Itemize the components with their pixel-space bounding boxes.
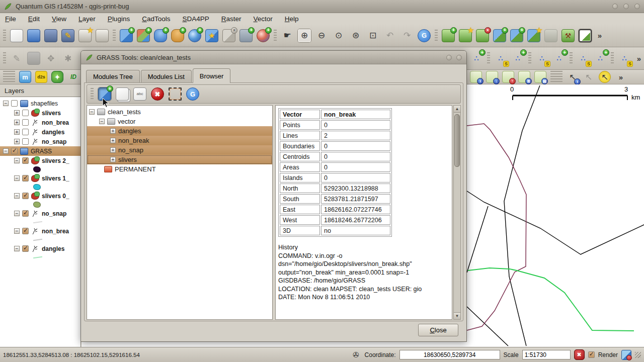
toolbar-grip[interactable]: [91, 88, 94, 100]
zoom-to-selection-icon[interactable]: ⊙: [332, 29, 345, 42]
dialog-tab[interactable]: Modules Tree: [86, 70, 140, 83]
layer-visibility-checkbox[interactable]: [22, 157, 29, 164]
set-region-icon[interactable]: [169, 87, 182, 101]
scroll-down-arrow-icon[interactable]: ▼: [454, 312, 460, 319]
dialog-tab[interactable]: Browser: [193, 68, 231, 83]
zoom-full-icon[interactable]: ⊛: [349, 29, 362, 42]
expander-icon[interactable]: [14, 246, 20, 251]
layer-visibility-checkbox[interactable]: [22, 138, 29, 145]
layer-item[interactable]: dangles: [0, 244, 80, 253]
dialog-close-button[interactable]: [456, 55, 462, 60]
magic-select-cursor-icon[interactable]: ↖: [583, 71, 595, 83]
expander-icon[interactable]: [14, 193, 20, 199]
no-select-cursor-icon[interactable]: ↖: [599, 71, 611, 83]
add-vector-layer-icon[interactable]: +: [120, 29, 133, 42]
expander-icon[interactable]: [110, 157, 116, 162]
plugin-d2s-icon[interactable]: d2s: [35, 71, 47, 83]
menu-item[interactable]: Plugins: [108, 15, 130, 23]
projector-icon[interactable]: ✇: [351, 350, 361, 360]
coordinate-input[interactable]: [399, 350, 500, 359]
toolbar-grip[interactable]: [550, 71, 562, 83]
delete-map-icon[interactable]: ✖: [151, 87, 164, 101]
toolbar-grip[interactable]: [435, 30, 438, 42]
scrollbar-thumb[interactable]: [454, 114, 460, 167]
layer-visibility-checkbox[interactable]: [22, 175, 29, 182]
layer-visibility-checkbox[interactable]: [22, 228, 29, 234]
browser-tree-item[interactable]: vector: [87, 117, 272, 126]
cad-point-snap-icon[interactable]: ∴ S: [535, 52, 548, 65]
window-maximize-button[interactable]: [623, 4, 629, 9]
save-edits-icon[interactable]: [27, 52, 40, 65]
toolbar-grip[interactable]: [113, 30, 116, 42]
menu-item[interactable]: CadTools: [142, 15, 170, 23]
scale-input[interactable]: [522, 350, 571, 359]
expander-icon[interactable]: [14, 211, 20, 216]
map-save-icon[interactable]: ▤: [534, 71, 546, 83]
grass-open-mapset-icon[interactable]: +: [442, 29, 455, 42]
map-identify-icon[interactable]: i: [470, 71, 482, 83]
save-project-icon[interactable]: [44, 29, 57, 42]
add-spatialite-layer-icon[interactable]: +: [171, 29, 184, 42]
layer-item[interactable]: slivers 0_: [0, 191, 80, 201]
expander-icon[interactable]: [14, 228, 20, 234]
expander-icon[interactable]: [3, 148, 9, 154]
map-download-icon[interactable]: ↓: [486, 71, 498, 83]
cad-dots-snap-icon[interactable]: ∴ S: [618, 52, 631, 65]
window-resize-grip[interactable]: [635, 352, 641, 358]
cad-add-point-icon[interactable]: ∴ +: [552, 52, 566, 65]
plugin-id-tool-icon[interactable]: ID: [67, 71, 79, 83]
grass-edit-region-icon[interactable]: [544, 29, 557, 42]
grass-add-raster-layer-icon[interactable]: +: [510, 29, 523, 42]
dialog-maximize-button[interactable]: [446, 55, 452, 60]
cad-add-vertex-icon[interactable]: ∴ +: [470, 52, 483, 65]
toggle-editing-icon[interactable]: ✎: [10, 52, 23, 65]
expander-icon[interactable]: [14, 175, 20, 181]
refresh-map-icon[interactable]: G: [418, 29, 431, 42]
layer-item[interactable]: shapefiles: [0, 99, 80, 108]
zoom-to-layer-icon[interactable]: ⊡: [366, 29, 379, 42]
toolbar-grip[interactable]: [570, 52, 573, 64]
remove-layer-icon[interactable]: x: [222, 29, 235, 42]
layer-visibility-checkbox[interactable]: [22, 245, 29, 252]
close-button[interactable]: Close: [418, 324, 458, 336]
grass-tools-icon[interactable]: ⚒: [561, 29, 575, 42]
window-close-button[interactable]: [634, 4, 640, 9]
zoom-last-icon[interactable]: ↶: [383, 29, 396, 42]
map-database-icon[interactable]: ≣: [518, 71, 530, 83]
cad-add-segment-icon[interactable]: ∴ +: [511, 52, 524, 65]
grass-edit-layer-icon[interactable]: ★: [527, 29, 540, 42]
expander-icon[interactable]: [3, 101, 9, 106]
layer-item[interactable]: slivers: [0, 108, 80, 118]
add-raster-layer-icon[interactable]: +: [137, 29, 150, 42]
menu-item[interactable]: SDA4PP: [182, 15, 209, 23]
cad-segment-snap-icon[interactable]: ∴ S: [494, 52, 507, 65]
dialog-titlebar[interactable]: GRASS Tools: clean/clean_tests: [81, 51, 466, 64]
node-tool-icon[interactable]: ✱: [61, 52, 74, 65]
open-project-icon[interactable]: [27, 29, 40, 42]
stop-render-icon[interactable]: ✖: [574, 349, 585, 360]
map-upload-icon[interactable]: ↑: [502, 71, 514, 83]
browser-tree-item[interactable]: slivers: [87, 155, 272, 164]
layer-item[interactable]: slivers 2_: [0, 156, 80, 165]
expander-icon[interactable]: [110, 138, 116, 143]
expander-icon[interactable]: [14, 120, 20, 125]
add-postgis-layer-icon[interactable]: +: [154, 29, 167, 42]
toolbar-grip[interactable]: [611, 52, 614, 64]
menu-item[interactable]: Vector: [254, 15, 273, 23]
layer-visibility-checkbox[interactable]: [22, 210, 29, 217]
save-project-as-icon[interactable]: ✎: [61, 29, 74, 42]
browser-tree-item[interactable]: clean_tests: [87, 107, 272, 117]
toolbar-grip[interactable]: [528, 52, 531, 64]
grass-new-mapset-icon[interactable]: ★: [459, 29, 472, 42]
expander-icon[interactable]: [110, 128, 116, 134]
info-panel-scrollbar[interactable]: ▲ ▼: [453, 105, 461, 320]
browser-tree-item[interactable]: PERMANENT: [87, 164, 272, 174]
add-wms-layer-icon[interactable]: +: [188, 29, 201, 42]
toolbar-grip[interactable]: [487, 52, 490, 64]
new-shapefile-layer-icon[interactable]: ★: [205, 29, 218, 42]
layer-visibility-checkbox[interactable]: [11, 148, 18, 154]
expander-icon[interactable]: [99, 119, 105, 124]
browser-tree-item[interactable]: no_snap: [87, 145, 272, 155]
menu-item[interactable]: View: [52, 15, 66, 23]
toolbar-overflow-icon[interactable]: »: [615, 71, 627, 83]
